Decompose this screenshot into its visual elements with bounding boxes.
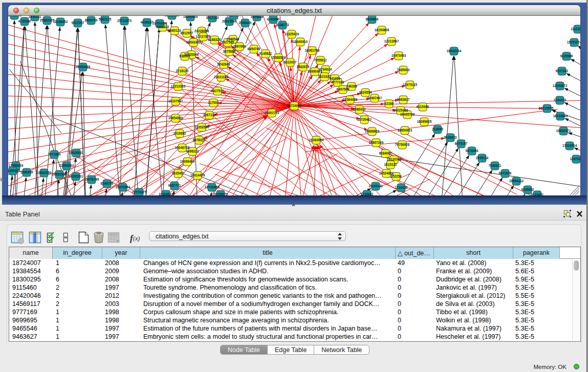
svg-text:1615132: 1615132 — [384, 163, 397, 166]
svg-text:21364436: 21364436 — [343, 98, 358, 101]
svg-text:7632621: 7632621 — [489, 164, 502, 167]
svg-text:8471676: 8471676 — [499, 171, 512, 175]
svg-text:25882305: 25882305 — [40, 18, 55, 22]
svg-text:2935114: 2935114 — [476, 156, 489, 160]
svg-text:8322037: 8322037 — [284, 60, 297, 64]
svg-text:79756928: 79756928 — [395, 143, 410, 146]
svg-text:18724007: 18724007 — [287, 104, 302, 107]
svg-text:9217207: 9217207 — [72, 21, 84, 25]
svg-text:10688609: 10688609 — [365, 129, 380, 133]
svg-text:10228452: 10228452 — [53, 20, 68, 24]
svg-text:9463627: 9463627 — [397, 98, 410, 101]
svg-text:15751074: 15751074 — [567, 40, 580, 44]
svg-text:1999828: 1999828 — [251, 16, 264, 18]
svg-text:7485003: 7485003 — [397, 68, 410, 72]
svg-text:12093872: 12093872 — [553, 84, 568, 87]
svg-text:6497508: 6497508 — [337, 87, 350, 91]
svg-text:23031144: 23031144 — [214, 75, 229, 79]
svg-text:18640910: 18640910 — [293, 40, 308, 43]
svg-text:17956909: 17956909 — [9, 164, 24, 167]
svg-text:2718120: 2718120 — [176, 69, 189, 73]
svg-text:9527505: 9527505 — [222, 40, 234, 44]
svg-text:5938923: 5938923 — [444, 136, 457, 139]
svg-text:15588520: 15588520 — [271, 56, 286, 59]
svg-text:16961758: 16961758 — [305, 49, 320, 52]
svg-text:8186328: 8186328 — [208, 38, 221, 41]
svg-text:8396759: 8396759 — [101, 182, 114, 185]
svg-text:9245652: 9245652 — [521, 188, 534, 191]
svg-text:1916682: 1916682 — [173, 132, 186, 135]
svg-text:9242848: 9242848 — [217, 62, 230, 66]
svg-text:16099605: 16099605 — [417, 120, 432, 123]
svg-text:2367608: 2367608 — [233, 45, 246, 48]
svg-text:2386312: 2386312 — [353, 107, 366, 111]
svg-text:7955812: 7955812 — [314, 58, 327, 62]
svg-text:214095: 214095 — [432, 127, 443, 131]
svg-text:9474444: 9474444 — [466, 149, 478, 152]
svg-text:15720407: 15720407 — [357, 118, 372, 121]
svg-text:19495798: 19495798 — [400, 113, 415, 116]
svg-text:1562615: 1562615 — [297, 65, 310, 69]
svg-text:4143890: 4143890 — [267, 17, 280, 21]
svg-text:4735650: 4735650 — [18, 19, 31, 23]
svg-text:117004: 117004 — [208, 101, 219, 104]
svg-text:19832259: 19832259 — [37, 171, 52, 174]
svg-text:10334531: 10334531 — [159, 192, 173, 195]
svg-text:8215955: 8215955 — [541, 106, 554, 110]
svg-text:1733426: 1733426 — [395, 186, 408, 189]
svg-text:25711873: 25711873 — [117, 19, 132, 23]
svg-text:8336273: 8336273 — [276, 23, 289, 27]
svg-text:252254: 252254 — [390, 174, 402, 178]
svg-text:6794024: 6794024 — [319, 68, 332, 71]
svg-text:9857771: 9857771 — [168, 184, 181, 187]
svg-text:3660123: 3660123 — [168, 29, 181, 32]
svg-text:16648764: 16648764 — [447, 49, 462, 53]
svg-text:62166: 62166 — [384, 102, 394, 105]
svg-text:23002713: 23002713 — [265, 111, 279, 115]
svg-text:7625402: 7625402 — [172, 171, 185, 175]
svg-text:16154808: 16154808 — [375, 28, 389, 32]
svg-text:10107547: 10107547 — [168, 99, 183, 103]
svg-text:21200396: 21200396 — [8, 169, 20, 172]
svg-text:19384554: 19384554 — [309, 138, 324, 142]
svg-text:8912957: 8912957 — [181, 31, 193, 35]
svg-text:7671884: 7671884 — [48, 152, 61, 156]
svg-text:10120746: 10120746 — [387, 158, 402, 161]
svg-text:6479197: 6479197 — [455, 142, 468, 145]
svg-text:22806503: 22806503 — [59, 164, 74, 167]
svg-text:10407487: 10407487 — [367, 96, 382, 100]
svg-text:9329966: 9329966 — [560, 54, 573, 58]
svg-text:20772475: 20772475 — [132, 190, 147, 194]
svg-text:1244413: 1244413 — [554, 98, 567, 102]
svg-text:8123401: 8123401 — [531, 193, 544, 195]
svg-text:1890399: 1890399 — [20, 170, 33, 174]
svg-text:3267110: 3267110 — [203, 113, 216, 117]
svg-text:19654930: 19654930 — [168, 116, 183, 120]
svg-text:10973403: 10973403 — [391, 54, 406, 57]
svg-text:3875685: 3875685 — [223, 50, 236, 53]
svg-text:8454749: 8454749 — [248, 47, 260, 51]
svg-text:5682115: 5682115 — [99, 17, 112, 21]
svg-text:23706266: 23706266 — [153, 21, 167, 25]
svg-text:938901: 938901 — [179, 54, 190, 58]
svg-text:19692971: 19692971 — [556, 129, 571, 133]
svg-text:24532561: 24532561 — [52, 172, 67, 176]
svg-text:13716485: 13716485 — [205, 185, 220, 189]
svg-text:9146821: 9146821 — [259, 52, 272, 55]
svg-text:16914479: 16914479 — [190, 173, 205, 177]
svg-text:22455603: 22455603 — [8, 16, 22, 17]
svg-text:17016504: 17016504 — [562, 144, 577, 147]
svg-text:23226058: 23226058 — [194, 29, 209, 33]
svg-text:9084007: 9084007 — [379, 151, 392, 155]
svg-text:9227341: 9227341 — [556, 69, 569, 73]
svg-text:3917183: 3917183 — [206, 16, 219, 19]
svg-text:7663822: 7663822 — [157, 25, 169, 29]
svg-text:1218062: 1218062 — [361, 192, 374, 195]
svg-text:20813640: 20813640 — [222, 19, 237, 23]
svg-text:19299464: 19299464 — [183, 16, 198, 18]
svg-text:12213332: 12213332 — [171, 84, 186, 88]
svg-text:20053346: 20053346 — [76, 65, 91, 69]
svg-text:25025631: 25025631 — [69, 151, 84, 155]
svg-text:11136141: 11136141 — [368, 184, 383, 188]
svg-text:9115460: 9115460 — [417, 105, 429, 108]
